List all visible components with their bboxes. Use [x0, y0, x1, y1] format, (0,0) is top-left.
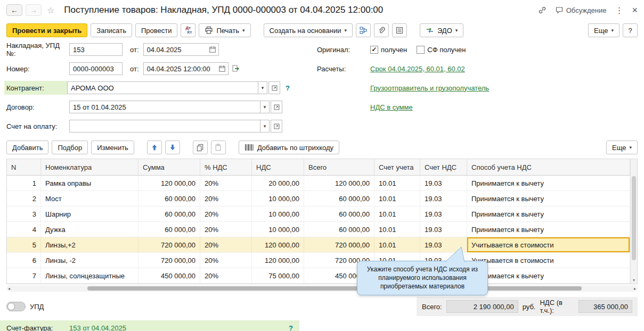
counterparty-input[interactable]	[67, 81, 258, 94]
close-icon[interactable]: ×	[632, 5, 638, 15]
related-documents-button[interactable]	[356, 23, 371, 37]
save-button[interactable]: Записать	[91, 23, 132, 37]
scroll-left-icon[interactable]: ◂	[8, 285, 10, 292]
fill-button[interactable]	[230, 62, 241, 75]
cell-vat[interactable]: 10 000,00	[252, 206, 304, 221]
cell-account[interactable]: 10.01	[374, 191, 420, 206]
dt-kt-button[interactable]: ДтКт	[181, 23, 195, 37]
doc-date-calendar-button[interactable]	[217, 62, 229, 75]
cell-account[interactable]: 10.01	[374, 206, 420, 221]
payment-invoice-input[interactable]	[69, 120, 260, 133]
column-header-total[interactable]: Всего	[304, 159, 374, 175]
register-records-button[interactable]	[392, 23, 407, 37]
cell-n[interactable]: 5	[7, 237, 41, 252]
add-by-barcode-button[interactable]: Добавить по штрихкоду	[239, 140, 339, 154]
cell-vat_pct[interactable]: 20%	[200, 222, 252, 237]
cell-n[interactable]: 3	[7, 206, 41, 221]
move-up-button[interactable]	[147, 140, 162, 154]
waybill-date-input[interactable]	[143, 43, 207, 56]
cell-vat_pct[interactable]: 20%	[200, 206, 252, 221]
back-button[interactable]: ←	[6, 4, 22, 16]
table-row[interactable]: 3Шарнир60 000,0020%10 000,0060 000,0010.…	[7, 206, 630, 222]
contract-open-button[interactable]	[271, 101, 282, 113]
invoice-help[interactable]: ?	[289, 324, 293, 331]
column-header-n[interactable]: N	[7, 159, 41, 175]
table-row[interactable]: 2Мост60 000,0020%10 000,0060 000,0010.01…	[7, 191, 630, 206]
cell-vat_account[interactable]: 19.03	[420, 222, 467, 237]
cell-vat[interactable]: 120 000,00	[252, 237, 304, 252]
vertical-scrollbar[interactable]: ▾	[630, 159, 637, 284]
table-row[interactable]: 1Рамка оправы120 000,0020%20 000,00120 0…	[7, 176, 630, 191]
forward-button[interactable]: →	[26, 4, 42, 16]
help-button[interactable]: ?	[623, 23, 638, 37]
cell-total[interactable]: 60 000,00	[304, 222, 374, 237]
column-header-item[interactable]: Номенклатура	[41, 159, 138, 175]
table-row[interactable]: 7Линзы, солнцезащитные450 000,0020%75 00…	[7, 268, 630, 284]
vertical-scrollbar-thumb[interactable]	[632, 176, 636, 260]
cell-sum[interactable]: 120 000,00	[138, 176, 200, 191]
table-row[interactable]: 6Линзы, -2720 000,0020%120 000,00720 000…	[7, 253, 630, 268]
cell-vat_method[interactable]: Принимается к вычету	[467, 222, 630, 237]
copy-link-button[interactable]	[538, 6, 547, 14]
cell-vat_pct[interactable]: 20%	[200, 176, 252, 191]
change-button[interactable]: Изменить	[91, 140, 134, 154]
cell-sum[interactable]: 720 000,00	[138, 237, 200, 252]
cell-item[interactable]: Линзы, солнцезащитные	[41, 268, 138, 283]
cell-vat_pct[interactable]: 20%	[200, 237, 252, 252]
cell-vat[interactable]: 10 000,00	[252, 222, 304, 237]
more-button[interactable]: Еще ▾	[588, 23, 619, 37]
counterparty-dropdown-button[interactable]: ▾	[258, 81, 267, 94]
horizontal-scrollbar-thumb[interactable]	[87, 286, 582, 291]
cell-n[interactable]: 2	[7, 191, 41, 206]
cell-vat_account[interactable]: 19.03	[420, 206, 467, 221]
sf-received-checkbox-group[interactable]: СФ получен	[417, 46, 466, 54]
cell-account[interactable]: 10.01	[374, 176, 420, 191]
cell-sum[interactable]: 720 000,00	[138, 253, 200, 268]
cell-sum[interactable]: 450 000,00	[138, 268, 200, 283]
cell-total[interactable]: 60 000,00	[304, 206, 374, 221]
cell-vat_pct[interactable]: 20%	[200, 191, 252, 206]
scroll-down-icon[interactable]: ▾	[631, 278, 637, 283]
payment-invoice-open-button[interactable]	[271, 120, 282, 133]
cell-vat_account[interactable]: 19.03	[420, 176, 467, 191]
cell-vat[interactable]: 75 000,00	[252, 268, 304, 283]
invoice-link[interactable]: 153 от 04.04.2025	[69, 324, 126, 331]
cell-vat_method[interactable]: Учитывается в стоимости	[467, 237, 630, 252]
table-row[interactable]: 5Линзы,+2720 000,0020%120 000,00720 000,…	[7, 237, 630, 253]
cell-item[interactable]: Дужка	[41, 222, 138, 237]
post-button[interactable]: Провести	[135, 23, 178, 37]
upd-toggle[interactable]	[6, 302, 26, 311]
cell-account[interactable]: 10.01	[374, 237, 420, 252]
cell-account[interactable]: 10.01	[374, 222, 420, 237]
column-header-vat[interactable]: НДС	[252, 159, 304, 175]
settlements-link[interactable]: Срок 04.04.2025, 60.01, 60.02	[370, 65, 465, 73]
cell-vat_account[interactable]: 19.03	[420, 191, 467, 206]
favorite-star-icon[interactable]: ☆	[47, 5, 54, 15]
print-button[interactable]: Печать ▾	[199, 23, 250, 37]
move-down-button[interactable]	[165, 140, 180, 154]
attachments-button[interactable]	[374, 23, 389, 37]
column-header-vat_account[interactable]: Счет НДС	[420, 159, 467, 175]
cell-n[interactable]: 6	[7, 253, 41, 268]
column-header-sum[interactable]: Сумма	[138, 159, 200, 175]
cell-vat_method[interactable]: Принимается к вычету	[467, 268, 630, 283]
waybill-number-input[interactable]	[69, 43, 123, 56]
contract-input[interactable]	[69, 101, 260, 113]
create-based-on-button[interactable]: Создать на основании ▾	[264, 23, 353, 37]
cell-sum[interactable]: 60 000,00	[138, 191, 200, 206]
cell-item[interactable]: Линзы,+2	[41, 237, 138, 252]
cell-item[interactable]: Рамка оправы	[41, 176, 138, 191]
counterparty-help[interactable]: ?	[286, 84, 290, 92]
cell-sum[interactable]: 60 000,00	[138, 206, 200, 221]
copy-row-button[interactable]	[193, 140, 208, 154]
number-input[interactable]	[69, 62, 123, 75]
cell-n[interactable]: 7	[7, 268, 41, 283]
cell-sum[interactable]: 60 000,00	[138, 222, 200, 237]
payment-invoice-dropdown-button[interactable]: ▾	[260, 120, 270, 133]
menu-dots-icon[interactable]: ⋮	[615, 5, 623, 15]
received-checkbox[interactable]: ✓	[370, 46, 378, 54]
paste-row-button[interactable]	[211, 140, 226, 154]
cell-n[interactable]: 1	[7, 176, 41, 191]
cell-vat_method[interactable]: Учитывается в стоимости	[467, 253, 630, 268]
items-more-button[interactable]: Еще ▾	[606, 140, 638, 154]
